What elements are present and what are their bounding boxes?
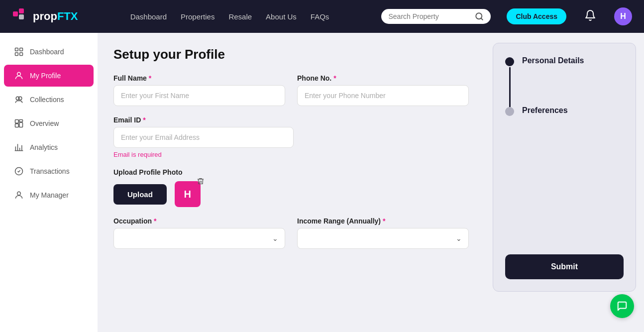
svg-point-9 — [17, 72, 21, 76]
upload-section: Upload Profile Photo Upload H — [113, 168, 469, 207]
full-name-label: Full Name * — [113, 74, 285, 82]
profile-icon — [14, 71, 24, 81]
nav-about[interactable]: About Us — [266, 12, 297, 21]
svg-rect-1 — [19, 8, 24, 13]
logo[interactable]: propFTX — [12, 7, 78, 25]
income-group: Income Range (Annually) * ⌄ — [297, 217, 469, 249]
sidebar: Dashboard My Profile Collections Overvie… — [0, 33, 98, 332]
svg-rect-7 — [15, 53, 18, 56]
search-icon — [475, 12, 484, 21]
step-2-dot — [505, 107, 514, 116]
search-bar[interactable] — [381, 9, 491, 24]
income-label: Income Range (Annually) * — [297, 217, 469, 225]
occupation-select[interactable] — [113, 228, 285, 249]
sidebar-item-transactions[interactable]: Transactions — [4, 160, 94, 182]
svg-line-4 — [481, 18, 483, 19]
logo-prop: prop — [33, 10, 57, 22]
full-name-input[interactable] — [113, 85, 285, 106]
svg-rect-6 — [20, 48, 23, 51]
upload-row: Upload H — [113, 181, 469, 207]
sidebar-item-collections[interactable]: Collections — [4, 89, 94, 111]
svg-rect-12 — [15, 120, 19, 123]
phone-required: * — [333, 74, 336, 82]
sidebar-label-my-manager: My Manager — [30, 191, 69, 199]
occupation-income-row: Occupation * ⌄ Income Range (Annually) * — [113, 217, 469, 249]
upload-button[interactable]: Upload — [113, 184, 167, 205]
collections-icon — [14, 95, 24, 105]
nav-resale[interactable]: Resale — [228, 12, 252, 21]
svg-point-22 — [17, 192, 21, 195]
step-1: Personal Details — [505, 57, 624, 107]
occupation-label: Occupation * — [113, 217, 285, 225]
svg-rect-15 — [19, 122, 23, 127]
club-access-button[interactable]: Club Access — [507, 8, 566, 24]
sidebar-label-analytics: Analytics — [30, 143, 58, 151]
svg-rect-8 — [20, 53, 23, 56]
income-select-wrapper: ⌄ — [297, 228, 469, 249]
svg-rect-14 — [15, 124, 19, 127]
svg-rect-0 — [13, 11, 18, 16]
sidebar-item-dashboard[interactable]: Dashboard — [4, 41, 94, 63]
user-avatar[interactable]: H — [614, 7, 632, 25]
phone-group: Phone No. * — [297, 74, 469, 106]
nav-faqs[interactable]: FAQs — [311, 12, 329, 21]
email-required: * — [143, 116, 145, 124]
dashboard-icon — [14, 47, 24, 57]
notification-icon[interactable] — [582, 7, 598, 26]
nav-dashboard[interactable]: Dashboard — [130, 12, 167, 21]
sidebar-item-my-manager[interactable]: My Manager — [4, 184, 94, 206]
sidebar-item-analytics[interactable]: Analytics — [4, 136, 94, 158]
upload-label: Upload Profile Photo — [113, 168, 469, 176]
email-input[interactable] — [113, 127, 294, 148]
main-content: Setup your Profile Full Name * Phone No.… — [98, 33, 485, 332]
overview-icon — [14, 118, 24, 128]
topnav: propFTX Dashboard Properties Resale Abou… — [0, 0, 644, 33]
nav-links: Dashboard Properties Resale About Us FAQ… — [94, 12, 365, 21]
svg-rect-5 — [15, 48, 18, 51]
occupation-select-wrapper: ⌄ — [113, 228, 285, 249]
svg-rect-13 — [19, 120, 23, 122]
step-2-dot-col — [505, 107, 514, 116]
step-2: Preferences — [505, 107, 624, 116]
step-2-label: Preferences — [522, 106, 568, 115]
logo-ftx: FTX — [57, 10, 78, 22]
sidebar-label-transactions: Transactions — [30, 167, 70, 175]
page-title: Setup your Profile — [113, 47, 469, 62]
sidebar-item-my-profile[interactable]: My Profile — [4, 65, 94, 87]
delete-avatar-icon[interactable] — [197, 177, 205, 187]
step-1-dot-col — [505, 57, 514, 107]
manager-icon — [14, 190, 24, 200]
income-select[interactable] — [297, 228, 469, 249]
submit-button[interactable]: Submit — [505, 254, 624, 279]
step-1-dot — [505, 57, 514, 66]
nav-properties[interactable]: Properties — [181, 12, 215, 21]
search-input[interactable] — [388, 12, 471, 20]
layout: Dashboard My Profile Collections Overvie… — [0, 33, 644, 332]
email-group: Email ID * Email is required — [113, 116, 294, 158]
sidebar-item-overview[interactable]: Overview — [4, 112, 94, 134]
transactions-icon — [14, 166, 24, 176]
email-row: Email ID * Email is required — [113, 116, 469, 158]
occupation-required: * — [154, 217, 156, 225]
analytics-icon — [14, 142, 24, 152]
sidebar-label-dashboard: Dashboard — [30, 48, 64, 56]
right-panel: Personal Details Preferences Submit — [485, 33, 644, 332]
step-1-label: Personal Details — [522, 56, 584, 65]
phone-input[interactable] — [297, 85, 469, 106]
avatar-preview: H — [175, 181, 201, 207]
occupation-group: Occupation * ⌄ — [113, 217, 285, 249]
full-name-required: * — [149, 74, 151, 82]
email-label: Email ID * — [113, 116, 294, 124]
chat-fab[interactable] — [610, 294, 634, 318]
svg-rect-2 — [19, 14, 24, 19]
name-phone-row: Full Name * Phone No. * — [113, 74, 469, 106]
stepper-card: Personal Details Preferences Submit — [493, 43, 636, 292]
phone-label: Phone No. * — [297, 74, 469, 82]
sidebar-label-collections: Collections — [30, 96, 64, 104]
full-name-group: Full Name * — [113, 74, 285, 106]
avatar-initial: H — [184, 189, 191, 200]
step-line — [509, 67, 511, 107]
income-required: * — [383, 217, 385, 225]
sidebar-label-overview: Overview — [30, 119, 59, 127]
email-error: Email is required — [113, 151, 294, 158]
